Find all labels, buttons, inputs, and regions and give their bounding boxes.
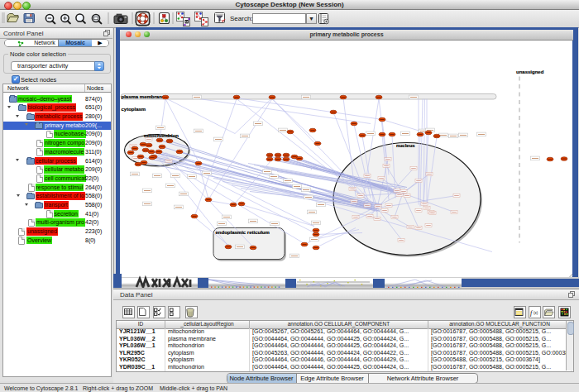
svg-text:plasma membrane: plasma membrane <box>122 93 165 98</box>
svg-text:endoplasmic reticulum: endoplasmic reticulum <box>216 229 270 234</box>
svg-text:nucleus: nucleus <box>396 142 415 147</box>
svg-text:unassigned: unassigned <box>516 69 544 74</box>
svg-text:cytoplasm: cytoplasm <box>122 106 146 111</box>
svg-text:mitochondrion: mitochondrion <box>144 132 179 137</box>
svg-text:(x): (x) <box>534 311 538 315</box>
